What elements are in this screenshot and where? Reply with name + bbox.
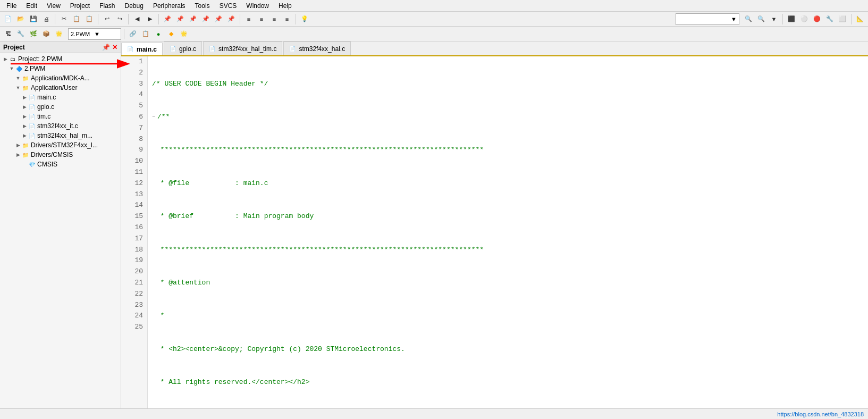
white-button[interactable]: ⬜: [837, 13, 848, 25]
expand-root[interactable]: ▶: [2, 56, 9, 62]
bookmark6-button[interactable]: 📌: [225, 13, 237, 25]
tb2-btn6[interactable]: 📋: [140, 28, 151, 40]
tree-item-it-c[interactable]: ▶ 📄 stm32f4xx_it.c: [0, 121, 121, 131]
expand-drv-stm32[interactable]: ▶: [15, 142, 21, 148]
tb2-btn9[interactable]: 🌟: [178, 28, 190, 40]
tree-item-user[interactable]: ▼ 📁 Application/User: [0, 83, 121, 93]
tb2-btn3[interactable]: 📦: [40, 28, 52, 40]
menu-window[interactable]: Window: [242, 1, 273, 11]
project-dropdown[interactable]: 2.PWM ▼: [68, 28, 121, 40]
expand-tim-c[interactable]: ▶: [21, 113, 28, 120]
it-c-label: stm32f4xx_it.c: [37, 122, 78, 130]
tree-item-gpio-c[interactable]: ▶ 📄 gpio.c: [0, 102, 121, 112]
record-button[interactable]: 🔴: [811, 13, 823, 25]
stop-button[interactable]: ⬛: [786, 13, 797, 25]
2pwm-label: 2.PWM: [24, 65, 45, 72]
indent1-button[interactable]: ≡: [243, 13, 255, 25]
menu-view[interactable]: View: [43, 1, 65, 11]
tools-button[interactable]: 🔧: [824, 13, 836, 25]
tb2-btn2[interactable]: 🌿: [28, 28, 39, 40]
undo-button[interactable]: ↩: [101, 13, 113, 25]
circle-button[interactable]: ⚪: [798, 13, 810, 25]
tim-c-icon: 📄: [28, 112, 36, 121]
new-button[interactable]: 📄: [2, 13, 14, 25]
tree-item-cmsis[interactable]: 💎 CMSIS: [0, 160, 121, 169]
tab-main-c[interactable]: 📄 main.c: [121, 43, 163, 56]
forward-button[interactable]: ▶: [144, 13, 156, 25]
menu-edit[interactable]: Edit: [22, 1, 41, 11]
redo-button[interactable]: ↪: [114, 13, 125, 25]
menu-help[interactable]: Help: [274, 1, 296, 11]
ln-7: 7: [125, 123, 143, 134]
tree-item-drivers-cmsis[interactable]: ▶ 📁 Drivers/CMSIS: [0, 150, 121, 160]
paste-button[interactable]: 📋: [83, 13, 95, 25]
ln-17: 17: [125, 233, 143, 245]
expand-drv-cmsis[interactable]: ▶: [15, 152, 21, 158]
bookmark5-button[interactable]: 📌: [213, 13, 224, 25]
measure-button[interactable]: 📐: [854, 13, 866, 25]
print-button[interactable]: 🖨: [40, 13, 52, 25]
ln-5: 5: [125, 100, 143, 112]
menu-project[interactable]: Project: [66, 1, 94, 11]
tree-item-hal-m[interactable]: ▶ 📄 stm32f4xx_hal_m...: [0, 131, 121, 140]
ln-2: 2: [125, 68, 143, 79]
tree-item-2pwm[interactable]: ▼ 🔷 2.PWM: [0, 64, 121, 73]
find2-button[interactable]: 🔍: [755, 13, 767, 25]
find-dropdown[interactable]: ▼: [768, 13, 780, 25]
expand-2pwm[interactable]: ▼: [9, 65, 15, 72]
find-button[interactable]: 🔍: [743, 13, 754, 25]
code-content[interactable]: /* USER CODE BEGIN Header */ −/** ******…: [148, 56, 868, 408]
indent4-button[interactable]: ≡: [281, 13, 293, 25]
save-button[interactable]: 💾: [28, 13, 39, 25]
menu-svcs[interactable]: SVCS: [215, 1, 241, 11]
gpio-c-label: gpio.c: [37, 103, 54, 111]
bookmark2-button[interactable]: 📌: [174, 13, 186, 25]
tab-gpio-c[interactable]: 📄 gpio.c: [164, 41, 202, 55]
bookmark4-button[interactable]: 📌: [200, 13, 212, 25]
fold-2[interactable]: −: [152, 112, 155, 123]
expand-it-c[interactable]: ▶: [21, 123, 28, 129]
tb2-btn1[interactable]: 🔧: [15, 28, 27, 40]
code-line-1: /* USER CODE BEGIN Header */: [152, 79, 864, 90]
tab-stm32-hal-tim[interactable]: 📄 stm32f4xx_hal_tim.c: [203, 41, 282, 55]
cut-button[interactable]: ✂: [58, 13, 70, 25]
expand-hal-m[interactable]: ▶: [21, 132, 28, 139]
search-dropdown[interactable]: ▼: [676, 13, 739, 25]
tab-stm32-hal[interactable]: 📄 stm32f4xx_hal.c: [283, 41, 351, 55]
tree-item-root[interactable]: ▶ 🗂 Project: 2.PWM: [0, 54, 121, 64]
tb2-btn5[interactable]: 🔗: [127, 28, 139, 40]
bookmark1-button[interactable]: 📌: [162, 13, 173, 25]
tree-item-tim-c[interactable]: ▶ 📄 tim.c: [0, 112, 121, 121]
tb2-btn8[interactable]: ◆: [165, 28, 177, 40]
tb2-btn4[interactable]: 🌟: [53, 28, 65, 40]
indent2-button[interactable]: ≡: [256, 13, 267, 25]
indent3-button[interactable]: ≡: [268, 13, 280, 25]
menu-file[interactable]: File: [2, 1, 21, 11]
menu-debug[interactable]: Debug: [121, 1, 148, 11]
expand-main-c[interactable]: ▶: [21, 94, 28, 100]
sep5: [240, 14, 240, 24]
tree-item-drivers-stm32[interactable]: ▶ 📁 Drivers/STM32F4xx_I...: [0, 140, 121, 150]
bookmark3-button[interactable]: 📌: [187, 13, 199, 25]
tree-item-main-c[interactable]: ▶ 📄 main.c: [0, 93, 121, 102]
tree-item-mdk[interactable]: ▼ 📁 Application/MDK-A...: [0, 73, 121, 83]
expand-mdk[interactable]: ▼: [15, 75, 21, 81]
ln-11: 11: [125, 167, 143, 178]
menu-tools[interactable]: Tools: [191, 1, 214, 11]
menu-peripherals[interactable]: Peripherals: [149, 1, 190, 11]
build-icon[interactable]: 🏗: [2, 28, 14, 40]
open-button[interactable]: 📂: [15, 13, 27, 25]
snippet-button[interactable]: 💡: [299, 13, 310, 25]
pin-icon[interactable]: 📌: [102, 44, 110, 51]
ln-6: 6: [125, 112, 143, 123]
copy-button[interactable]: 📋: [71, 13, 82, 25]
tim-c-label: tim.c: [37, 113, 50, 120]
close-icon[interactable]: ✕: [112, 44, 117, 51]
menu-flash[interactable]: Flash: [95, 1, 119, 11]
tab-gpio-c-icon: 📄: [170, 46, 176, 52]
expand-user[interactable]: ▼: [15, 85, 21, 91]
tb2-btn7[interactable]: ●: [153, 28, 164, 40]
expand-gpio-c[interactable]: ▶: [21, 104, 28, 110]
back-button[interactable]: ◀: [131, 13, 143, 25]
sep9: [124, 29, 124, 39]
